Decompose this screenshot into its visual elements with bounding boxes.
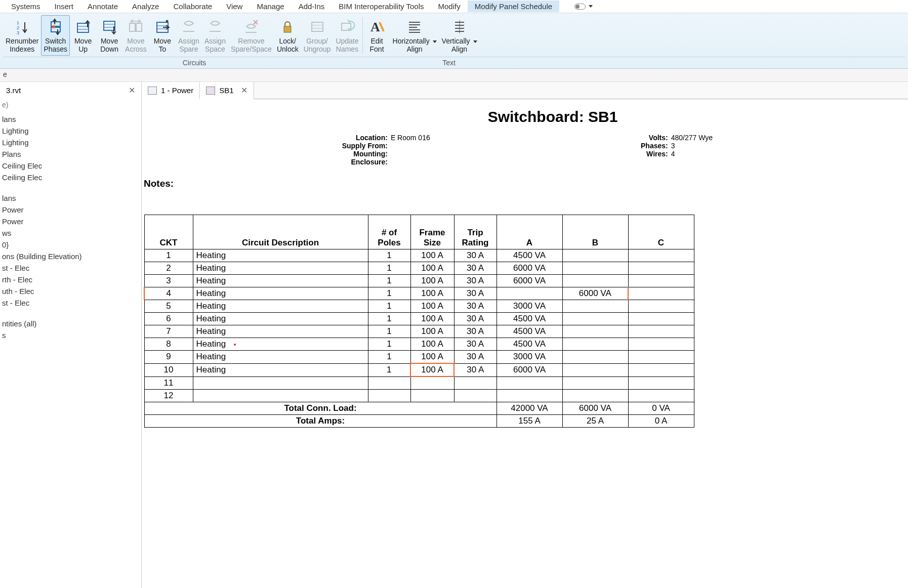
cell-trip[interactable]: 30 A: [454, 325, 497, 338]
cell-phase-b[interactable]: [562, 338, 628, 351]
cell-frame[interactable]: [410, 376, 454, 389]
cell-trip[interactable]: [454, 389, 497, 402]
tree-item[interactable]: uth - Elec: [0, 285, 141, 297]
header-phase-a[interactable]: A: [497, 215, 562, 249]
cell-phase-c[interactable]: [628, 325, 694, 338]
cell-trip[interactable]: 30 A: [454, 363, 497, 376]
cell-phase-c[interactable]: [628, 300, 694, 313]
cell-phase-b[interactable]: [562, 376, 628, 389]
cell-phase-a[interactable]: 6000 VA: [497, 363, 562, 376]
close-icon[interactable]: ✕: [129, 86, 135, 95]
tree-item[interactable]: st - Elec: [0, 262, 141, 274]
cell-phase-a[interactable]: 3000 VA: [497, 351, 562, 364]
cell-frame[interactable]: 100 A: [410, 275, 454, 287]
cell-desc[interactable]: Heating: [193, 351, 368, 364]
cell-phase-a[interactable]: [497, 287, 562, 300]
cell-phase-a[interactable]: 4500 VA: [497, 338, 562, 351]
ribbon-renumber-button[interactable]: 123RenumberIndexes: [3, 15, 41, 56]
cell-phase-b[interactable]: [562, 389, 628, 402]
cell-desc[interactable]: Heating: [193, 275, 368, 287]
toggle-control[interactable]: [574, 4, 593, 10]
cell-phase-b[interactable]: [562, 363, 628, 376]
cell-desc[interactable]: Heating: [193, 325, 368, 338]
cell-phase-a[interactable]: [497, 389, 562, 402]
menu-annotate[interactable]: Annotate: [80, 1, 125, 12]
menu-bim-tools[interactable]: BIM Interoperability Tools: [332, 1, 431, 12]
cell-trip[interactable]: 30 A: [454, 300, 497, 313]
ribbon-move-up-button[interactable]: MoveUp: [70, 15, 96, 56]
table-row[interactable]: 2Heating1100 A30 A6000 VA: [144, 262, 694, 275]
cell-ckt[interactable]: 2: [144, 262, 193, 275]
tree-item[interactable]: Plans: [0, 148, 141, 160]
cell-phase-c[interactable]: [628, 351, 694, 364]
cell-poles[interactable]: 1: [368, 313, 410, 325]
cell-ckt[interactable]: 7: [144, 325, 193, 338]
cell-ckt[interactable]: 10: [144, 363, 193, 376]
tree-item[interactable]: Lighting: [0, 125, 141, 137]
cell-ckt[interactable]: 3: [144, 275, 193, 287]
cell-desc[interactable]: Heating: [193, 363, 368, 376]
tree-item[interactable]: s: [0, 329, 141, 341]
cell-phase-a[interactable]: 3000 VA: [497, 300, 562, 313]
cell-desc[interactable]: Heating: [193, 338, 368, 351]
cell-poles[interactable]: [368, 376, 410, 389]
table-row[interactable]: 1Heating1100 A30 A4500 VA: [144, 249, 694, 262]
cell-desc[interactable]: Heating: [193, 313, 368, 325]
cell-trip[interactable]: 30 A: [454, 351, 497, 364]
panel-schedule-main[interactable]: Switchboard: SB1 Location:E Room 016 Sup…: [142, 99, 908, 588]
ribbon-move-down-button[interactable]: MoveDown: [96, 15, 122, 56]
cell-frame[interactable]: 100 A: [410, 287, 454, 300]
cell-frame[interactable]: 100 A: [410, 338, 454, 351]
cell-ckt[interactable]: 4: [144, 287, 193, 300]
cell-phase-a[interactable]: 4500 VA: [497, 249, 562, 262]
cell-ckt[interactable]: 1: [144, 249, 193, 262]
ribbon-halign-button[interactable]: Horizontally Align: [390, 15, 439, 56]
table-row[interactable]: 11: [144, 376, 694, 389]
view-tab-power[interactable]: 1 - Power: [142, 82, 200, 99]
menu-collaborate[interactable]: Collaborate: [166, 1, 219, 12]
tree-item[interactable]: rth - Elec: [0, 274, 141, 285]
cell-phase-a[interactable]: [497, 376, 562, 389]
cell-phase-a[interactable]: 4500 VA: [497, 325, 562, 338]
tree-item[interactable]: ws: [0, 227, 141, 239]
table-row[interactable]: 3Heating1100 A30 A6000 VA: [144, 275, 694, 287]
cell-frame[interactable]: 100 A: [410, 363, 454, 376]
cell-frame[interactable]: 100 A: [410, 300, 454, 313]
cell-trip[interactable]: 30 A: [454, 313, 497, 325]
cell-ckt[interactable]: 8: [144, 338, 193, 351]
cell-poles[interactable]: 1: [368, 300, 410, 313]
cell-frame[interactable]: [410, 389, 454, 402]
ribbon-move-to-button[interactable]: MoveTo: [149, 15, 176, 56]
tree-item[interactable]: Ceiling Elec: [0, 160, 141, 172]
cell-poles[interactable]: 1: [368, 338, 410, 351]
cell-trip[interactable]: 30 A: [454, 249, 497, 262]
table-row[interactable]: 9Heating1100 A30 A3000 VA: [144, 351, 694, 364]
cell-phase-b[interactable]: [562, 275, 628, 287]
cell-trip[interactable]: 30 A: [454, 287, 497, 300]
menu-systems[interactable]: Systems: [4, 1, 48, 12]
menu-analyze[interactable]: Analyze: [125, 1, 166, 12]
tree-item[interactable]: Lighting: [0, 137, 141, 148]
tree-item[interactable]: Ceiling Elec: [0, 172, 141, 183]
menu-modify-panel-schedule[interactable]: Modify Panel Schedule: [468, 1, 559, 12]
cell-ckt[interactable]: 12: [144, 389, 193, 402]
cell-trip[interactable]: [454, 376, 497, 389]
cell-desc[interactable]: Heating: [193, 249, 368, 262]
cell-poles[interactable]: 1: [368, 262, 410, 275]
cell-phase-c[interactable]: [628, 313, 694, 325]
cell-phase-b[interactable]: [562, 249, 628, 262]
cell-frame[interactable]: 100 A: [410, 313, 454, 325]
menu-addins[interactable]: Add-Ins: [292, 1, 332, 12]
ribbon-font-button[interactable]: AEditFont: [364, 15, 390, 56]
cell-phase-c[interactable]: [628, 363, 694, 376]
tree-item[interactable]: ntities (all): [0, 318, 141, 329]
tree-item[interactable]: ons (Building Elevation): [0, 250, 141, 262]
tree-item[interactable]: lans: [0, 113, 141, 125]
header-ckt[interactable]: CKT: [144, 215, 193, 249]
cell-phase-c[interactable]: [628, 249, 694, 262]
tree-item[interactable]: st - Elec: [0, 297, 141, 309]
ribbon-lock-button[interactable]: Lock/Unlock: [274, 15, 301, 56]
header-poles[interactable]: # of Poles: [368, 215, 410, 249]
table-row[interactable]: 12: [144, 389, 694, 402]
cell-phase-c[interactable]: [628, 262, 694, 275]
